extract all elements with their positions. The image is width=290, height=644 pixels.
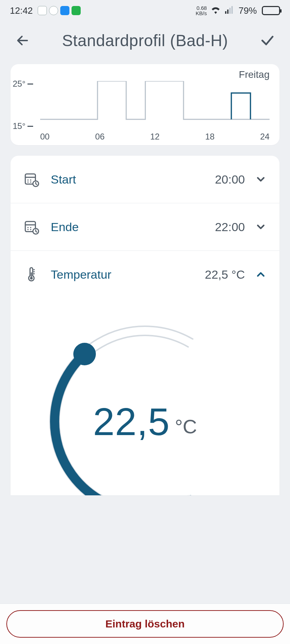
chart-day-label: Freitag <box>239 69 270 80</box>
back-button[interactable] <box>14 32 31 49</box>
start-value: 20:00 <box>215 173 245 186</box>
svg-point-14 <box>30 227 31 228</box>
svg-rect-0 <box>225 11 227 13</box>
delete-entry-button[interactable]: Eintrag löschen <box>6 610 284 638</box>
calendar-clock-icon <box>23 171 39 187</box>
status-app-icon <box>60 6 69 15</box>
chevron-down-icon <box>255 221 267 233</box>
page-header: Standardprofil (Bad-H) <box>0 21 290 64</box>
status-app-icons <box>38 6 81 15</box>
chevron-up-icon <box>255 268 267 280</box>
svg-rect-3 <box>232 6 233 14</box>
svg-point-9 <box>30 181 31 182</box>
calendar-clock-icon <box>23 219 39 235</box>
schedule-chart-card: Freitag 25° 15° 00 06 12 18 24 <box>11 64 279 145</box>
y-tick-low: 15° <box>13 121 33 131</box>
thermometer-icon <box>23 266 39 283</box>
svg-point-8 <box>27 181 29 182</box>
settings-card: Start 20:00 Ende 22:00 <box>11 156 279 495</box>
x-tick: 12 <box>150 132 160 142</box>
signal-icon <box>224 5 235 16</box>
status-app-icon <box>72 6 81 15</box>
battery-percent: 79% <box>239 5 257 16</box>
status-bar: 12:42 0.68 KB/s 79% <box>0 0 290 21</box>
x-tick: 18 <box>205 132 215 142</box>
end-time-row[interactable]: Ende 22:00 <box>11 203 279 251</box>
arrow-left-icon <box>16 33 30 48</box>
x-tick: 24 <box>260 132 270 142</box>
page-title: Standardprofil (Bad-H) <box>62 31 228 50</box>
start-time-row[interactable]: Start 20:00 <box>11 156 279 203</box>
dial-unit: °C <box>175 415 197 438</box>
network-rate-unit: KB/s <box>196 11 207 16</box>
status-app-icon <box>49 6 58 15</box>
status-right: 0.68 KB/s 79% <box>196 5 280 17</box>
x-axis: 00 06 12 18 24 <box>40 132 270 142</box>
network-rate-value: 0.68 <box>197 5 207 11</box>
x-tick: 06 <box>95 132 105 142</box>
dial-readout: 22,5 °C <box>47 323 244 495</box>
chart-body: 25° 15° <box>11 81 270 129</box>
start-label: Start <box>51 173 76 186</box>
temperature-dial[interactable]: 22,5 °C <box>47 323 244 495</box>
status-left: 12:42 <box>10 5 81 16</box>
chevron-down-icon <box>255 173 267 185</box>
temperature-dial-area: 22,5 °C <box>11 298 279 495</box>
svg-point-15 <box>27 229 29 230</box>
temperature-value: 22,5 °C <box>205 268 245 281</box>
temperature-row[interactable]: Temperatur 22,5 °C <box>11 251 279 298</box>
end-value: 22:00 <box>215 220 245 234</box>
end-label: Ende <box>51 220 79 234</box>
svg-point-13 <box>27 227 29 228</box>
svg-point-16 <box>30 229 31 230</box>
status-time: 12:42 <box>10 5 33 16</box>
y-tick-label: 25° <box>13 79 25 89</box>
temperature-label: Temperatur <box>51 268 111 281</box>
dial-value: 22,5 <box>93 399 170 444</box>
delete-bar: Eintrag löschen <box>0 603 290 644</box>
x-tick: 00 <box>40 132 50 142</box>
svg-point-6 <box>27 179 29 180</box>
svg-rect-1 <box>227 10 229 14</box>
svg-point-7 <box>30 179 31 180</box>
check-icon <box>260 33 275 48</box>
confirm-button[interactable] <box>259 32 276 49</box>
wifi-icon <box>210 5 221 17</box>
svg-rect-2 <box>229 8 231 14</box>
y-tick-high: 25° <box>13 79 33 89</box>
svg-point-18 <box>30 277 33 280</box>
y-tick-label: 15° <box>13 121 25 131</box>
status-app-icon <box>38 6 47 15</box>
chart-plot[interactable] <box>40 81 270 129</box>
battery-icon <box>262 6 280 15</box>
network-rate: 0.68 KB/s <box>196 5 207 16</box>
